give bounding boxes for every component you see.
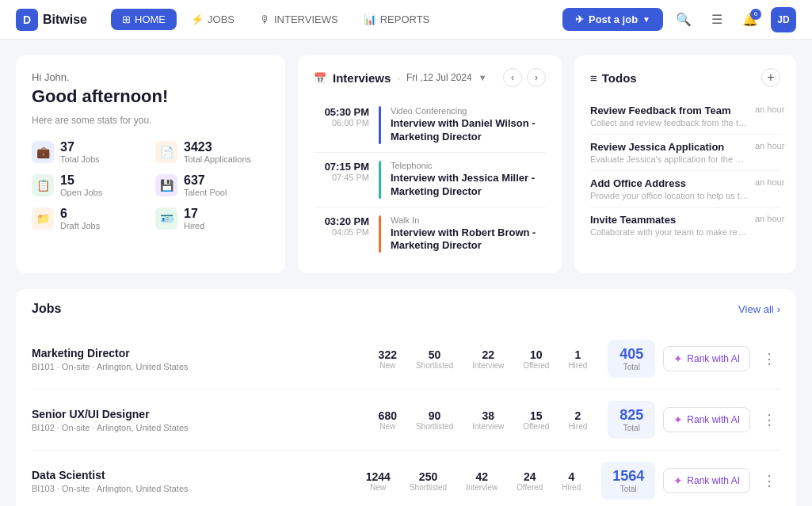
post-job-button[interactable]: ✈ Post a job ▼ bbox=[562, 8, 663, 31]
home-icon: ⊞ bbox=[122, 13, 131, 25]
jobs-section: Jobs View all › Marketing Director BI101… bbox=[16, 289, 796, 506]
chevron-right-icon: › bbox=[777, 303, 780, 315]
job-title-1: Senior UX/UI Designer bbox=[32, 408, 190, 420]
brand-logo[interactable]: D Bitwise bbox=[16, 9, 87, 31]
nav-right: ✈ Post a job ▼ 🔍 ☰ 🔔 6 JD bbox=[562, 7, 796, 32]
rank-button-2[interactable]: ✦ Rank with AI bbox=[663, 468, 750, 493]
job-total-box-2: 1564 Total bbox=[601, 462, 655, 500]
todo-time-2: an hour bbox=[755, 177, 784, 187]
top-row: Hi John. Good afternoon! Here are some s… bbox=[16, 55, 796, 273]
todo-item-0: Review Feedback from Team Collect and re… bbox=[590, 98, 780, 135]
next-button[interactable]: › bbox=[527, 68, 546, 87]
notification-button[interactable]: 🔔 6 bbox=[738, 7, 763, 32]
job-stat-new-2: 1244 New bbox=[366, 470, 391, 492]
interview-details-1: Telephonic Interview with Jessica Miller… bbox=[391, 161, 546, 199]
jobs-title: Jobs bbox=[32, 302, 61, 316]
interviews-icon: 🎙 bbox=[260, 13, 270, 25]
total-jobs-info: 37 Total Jobs bbox=[60, 140, 100, 164]
avatar[interactable]: JD bbox=[771, 7, 796, 32]
interview-details-2: Walk In Interview with Robert Brown - Ma… bbox=[391, 215, 546, 253]
job-stats-1: 680 New 90 Shortlisted 38 Interview 15 O… bbox=[198, 409, 587, 431]
view-all-link[interactable]: View all › bbox=[738, 303, 780, 315]
greeting-title: Good afternoon! bbox=[32, 86, 269, 107]
send-icon: ✈ bbox=[575, 13, 584, 25]
nav-interviews[interactable]: 🎙 INTERVIEWS bbox=[249, 9, 349, 30]
time-end-2: 04:05 PM bbox=[314, 227, 369, 237]
talent-pool-info: 637 Talent Pool bbox=[184, 173, 227, 197]
todo-desc-0: Collect and review feedback from the tea… bbox=[590, 118, 749, 127]
todos-header: ≡ Todos + bbox=[590, 68, 780, 87]
more-options-button-2[interactable]: ⋮ bbox=[758, 470, 780, 492]
interview-item-1: 07:15 PM 07:45 PM Telephonic Interview w… bbox=[314, 153, 546, 207]
stat-item-hired: 🪪 17 Hired bbox=[155, 207, 269, 230]
job-stat-offered-1: 15 Offered bbox=[523, 409, 549, 431]
greeting-subtitle: Here are some stats for you. bbox=[32, 115, 269, 126]
todo-text-0: Review Feedback from Team Collect and re… bbox=[590, 105, 749, 127]
talent-pool-label: Talent Pool bbox=[184, 188, 227, 197]
interview-bar-1 bbox=[379, 161, 381, 199]
todo-title-2: Add Office Address bbox=[590, 177, 749, 189]
date-chevron-icon[interactable]: ▼ bbox=[478, 73, 487, 82]
more-options-button-0[interactable]: ⋮ bbox=[758, 348, 780, 370]
prev-button[interactable]: ‹ bbox=[503, 68, 522, 87]
rank-button-0[interactable]: ✦ Rank with AI bbox=[663, 346, 750, 371]
job-title-2: Data Scientist bbox=[32, 469, 190, 481]
more-options-button-1[interactable]: ⋮ bbox=[758, 409, 780, 431]
job-meta-1: BI102 · On-site · Arlington, United Stat… bbox=[32, 423, 190, 432]
interview-name-2: Interview with Robert Brown - Marketing … bbox=[391, 226, 546, 253]
job-row-2: Data Scientist BI103 · On-site · Arlingt… bbox=[32, 451, 780, 506]
notification-badge: 6 bbox=[750, 9, 761, 20]
talent-pool-number: 637 bbox=[184, 173, 227, 188]
hired-label: Hired bbox=[184, 221, 204, 230]
brand-name: Bitwise bbox=[43, 13, 87, 27]
job-title-0: Marketing Director bbox=[32, 347, 190, 360]
add-todo-button[interactable]: + bbox=[761, 68, 780, 87]
draft-jobs-info: 6 Draft Jobs bbox=[60, 207, 100, 230]
todo-title-1: Review Jessica Application bbox=[590, 141, 749, 153]
filter-button[interactable]: ☰ bbox=[704, 7, 730, 32]
job-row-0: Marketing Director BI101 · On-site · Arl… bbox=[32, 329, 780, 390]
job-info-2: Data Scientist BI103 · On-site · Arlingt… bbox=[32, 469, 190, 493]
job-stat-shortlisted-0: 50 Shortlisted bbox=[416, 348, 453, 370]
total-applications-info: 3423 Total Applications bbox=[184, 140, 251, 164]
job-stat-interview-0: 22 Interview bbox=[472, 348, 504, 370]
todo-text-2: Add Office Address Provide your office l… bbox=[590, 177, 749, 200]
job-stat-hired-2: 4 Hired bbox=[562, 470, 581, 492]
sparkle-icon: ✦ bbox=[673, 413, 683, 426]
nav-reports[interactable]: 📊 REPORTS bbox=[353, 9, 441, 30]
todo-title-0: Review Feedback from Team bbox=[590, 105, 749, 116]
interview-name-0: Interview with Daniel Wilson - Marketing… bbox=[391, 117, 546, 144]
todos-icon: ≡ bbox=[590, 71, 597, 85]
open-jobs-info: 15 Open Jobs bbox=[60, 173, 102, 197]
hired-info: 17 Hired bbox=[184, 207, 204, 230]
search-button[interactable]: 🔍 bbox=[671, 7, 696, 32]
todo-text-3: Invite Teammates Collaborate with your t… bbox=[590, 214, 749, 237]
rank-button-1[interactable]: ✦ Rank with AI bbox=[663, 407, 750, 432]
job-stat-interview-2: 42 Interview bbox=[466, 470, 497, 492]
total-jobs-number: 37 bbox=[60, 140, 100, 154]
job-meta-0: BI101 · On-site · Arlington, United Stat… bbox=[32, 362, 190, 371]
interviews-nav: ‹ › bbox=[503, 68, 546, 87]
interview-details-0: Video Conferencing Interview with Daniel… bbox=[391, 106, 546, 144]
interview-type-0: Video Conferencing bbox=[391, 106, 546, 116]
todos-title: ≡ Todos bbox=[590, 71, 637, 85]
job-stat-offered-0: 10 Offered bbox=[523, 348, 549, 370]
draft-jobs-number: 6 bbox=[60, 207, 100, 221]
talent-pool-icon: 💾 bbox=[155, 174, 177, 196]
interview-time-2: 03:20 PM 04:05 PM bbox=[314, 215, 369, 253]
stat-item-total-jobs: 💼 37 Total Jobs bbox=[32, 140, 146, 164]
total-applications-icon: 📄 bbox=[155, 141, 177, 163]
interviews-header-left: 📅 Interviews · Fri ,12 Jul 2024 ▼ bbox=[314, 71, 487, 85]
stat-item-open-jobs: 📋 15 Open Jobs bbox=[32, 173, 146, 197]
time-start-0: 05:30 PM bbox=[314, 106, 369, 118]
logo-icon: D bbox=[16, 9, 38, 31]
hired-number: 17 bbox=[184, 207, 204, 221]
nav-home[interactable]: ⊞ HOME bbox=[111, 9, 177, 30]
nav-jobs[interactable]: ⚡ JOBS bbox=[180, 9, 246, 30]
interview-time-1: 07:15 PM 07:45 PM bbox=[314, 161, 369, 199]
todo-text-1: Review Jessica Application Evaluate Jess… bbox=[590, 141, 749, 164]
total-jobs-label: Total Jobs bbox=[60, 154, 100, 164]
job-row-1: Senior UX/UI Designer BI102 · On-site · … bbox=[32, 390, 780, 451]
interviews-date: Fri ,12 Jul 2024 bbox=[406, 72, 472, 83]
draft-jobs-icon: 📁 bbox=[32, 207, 54, 230]
